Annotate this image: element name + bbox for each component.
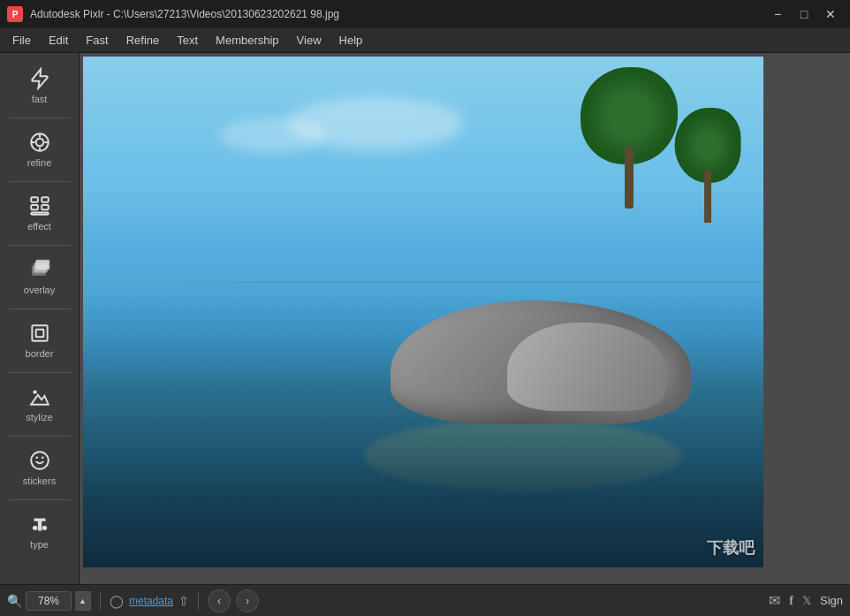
sidebar-item-overlay[interactable]: overlay xyxy=(4,247,76,305)
menu-edit[interactable]: Edit xyxy=(40,30,77,50)
canvas-image: 下载吧 xyxy=(83,57,763,567)
svg-rect-13 xyxy=(35,260,49,270)
title-bar-text: Adutodesk Pixlr - C:\Users\27213\Videos\… xyxy=(30,8,765,20)
stylize-icon xyxy=(28,385,51,408)
sidebar: fast refine xyxy=(0,53,80,584)
menu-refine[interactable]: Refine xyxy=(118,30,169,50)
sidebar-label-type: type xyxy=(30,539,49,550)
sidebar-item-stickers[interactable]: stickers xyxy=(4,438,76,496)
svg-point-16 xyxy=(33,390,36,393)
svg-rect-8 xyxy=(31,204,38,209)
zoom-dropdown-button[interactable]: ▲ xyxy=(75,591,91,611)
nav-next-button[interactable]: › xyxy=(236,589,259,612)
overlay-icon xyxy=(28,258,51,281)
menu-bar: File Edit Fast Refine Text Membership Vi… xyxy=(0,28,850,53)
status-separator-1 xyxy=(100,592,101,610)
water-reflection xyxy=(364,420,682,491)
menu-fast[interactable]: Fast xyxy=(77,30,117,50)
sidebar-divider-5 xyxy=(9,372,71,373)
menu-text[interactable]: Text xyxy=(168,30,207,50)
type-icon xyxy=(28,513,51,536)
sidebar-item-effect[interactable]: effect xyxy=(4,184,76,241)
zoom-input[interactable] xyxy=(26,591,72,611)
zoom-control: 🔍 ▲ xyxy=(7,591,91,611)
sidebar-item-border[interactable]: border xyxy=(4,311,76,369)
app-logo: P xyxy=(7,6,23,22)
tree-trunk-1 xyxy=(625,147,634,209)
svg-point-17 xyxy=(31,452,49,469)
rock-island xyxy=(373,247,709,424)
sidebar-label-fast: fast xyxy=(32,94,48,104)
status-separator-2 xyxy=(198,592,199,610)
sidebar-label-stickers: stickers xyxy=(23,475,56,486)
sidebar-divider-7 xyxy=(9,499,71,500)
sidebar-label-effect: effect xyxy=(27,221,51,232)
metadata-section: ◯ metadata ⇧ xyxy=(110,594,189,608)
metadata-icon: ◯ xyxy=(110,594,124,608)
maximize-button[interactable]: □ xyxy=(792,2,816,27)
sidebar-item-type[interactable]: type xyxy=(4,502,76,559)
svg-rect-7 xyxy=(42,197,49,202)
sidebar-label-refine: refine xyxy=(27,157,52,168)
metadata-link[interactable]: metadata xyxy=(129,595,173,607)
sidebar-item-refine[interactable]: refine xyxy=(4,120,76,178)
svg-rect-14 xyxy=(32,325,47,340)
sidebar-label-border: border xyxy=(26,348,54,359)
status-right: ✉ f 𝕏 Sign xyxy=(769,592,843,609)
menu-help[interactable]: Help xyxy=(330,30,372,50)
close-button[interactable]: ✕ xyxy=(818,2,843,27)
stickers-icon xyxy=(28,449,51,472)
svg-rect-10 xyxy=(31,212,49,214)
svg-point-18 xyxy=(35,456,38,459)
title-bar: P Adutodesk Pixlr - C:\Users\27213\Video… xyxy=(0,0,850,28)
fast-icon xyxy=(28,67,51,90)
svg-rect-9 xyxy=(42,204,49,209)
watermark: 下载吧 xyxy=(707,537,755,559)
border-icon xyxy=(28,322,51,345)
svg-rect-15 xyxy=(35,329,43,337)
menu-view[interactable]: View xyxy=(288,30,330,50)
refine-icon xyxy=(28,131,51,154)
menu-file[interactable]: File xyxy=(4,30,40,50)
zoom-icon[interactable]: 🔍 xyxy=(7,594,22,608)
menu-membership[interactable]: Membership xyxy=(207,30,288,50)
twitter-icon[interactable]: 𝕏 xyxy=(802,594,811,607)
tree-trunk-2 xyxy=(704,170,711,223)
sidebar-divider-4 xyxy=(9,308,71,309)
svg-point-21 xyxy=(42,525,46,529)
effect-icon xyxy=(28,194,51,217)
tree-1 xyxy=(576,67,682,209)
sidebar-label-stylize: stylize xyxy=(26,412,53,422)
sidebar-item-stylize[interactable]: stylize xyxy=(4,375,76,432)
svg-rect-6 xyxy=(31,197,38,202)
sign-in-button[interactable]: Sign xyxy=(820,594,843,607)
nav-prev-button[interactable]: ‹ xyxy=(208,589,231,612)
minimize-button[interactable]: − xyxy=(765,2,790,27)
window-controls: − □ ✕ xyxy=(765,2,843,27)
sidebar-divider-3 xyxy=(9,245,71,246)
sidebar-label-overlay: overlay xyxy=(24,285,55,295)
canvas-area[interactable]: 下载吧 xyxy=(80,53,850,584)
sidebar-divider-6 xyxy=(9,436,71,437)
sidebar-item-fast[interactable]: fast xyxy=(4,57,76,114)
sidebar-divider-2 xyxy=(9,181,71,182)
rock-secondary xyxy=(507,323,666,411)
svg-point-19 xyxy=(41,456,43,459)
main-area: fast refine xyxy=(0,53,850,584)
metadata-upload-icon[interactable]: ⇧ xyxy=(178,594,189,608)
svg-point-20 xyxy=(32,525,36,529)
facebook-icon[interactable]: f xyxy=(789,594,793,608)
sidebar-divider-1 xyxy=(9,118,71,118)
tree-2 xyxy=(672,108,743,223)
svg-point-1 xyxy=(35,138,43,146)
email-icon[interactable]: ✉ xyxy=(769,592,780,609)
status-bar: 🔍 ▲ ◯ metadata ⇧ ‹ › ✉ f 𝕏 Sign xyxy=(0,584,850,616)
